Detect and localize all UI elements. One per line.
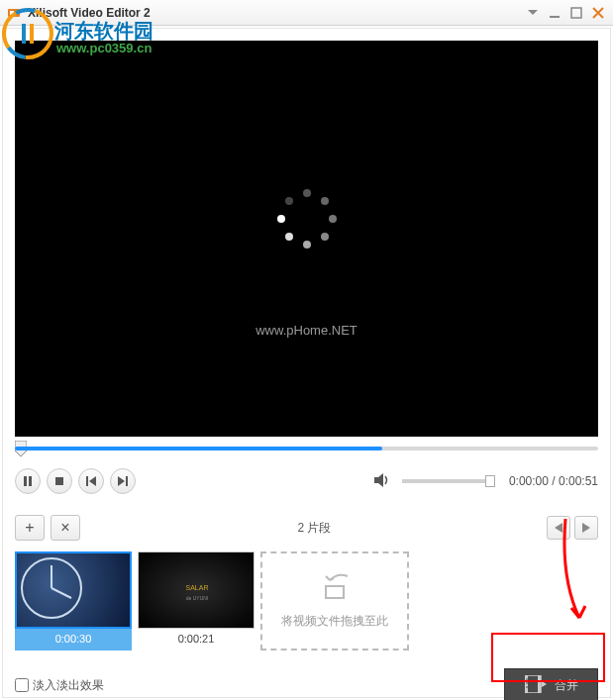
svg-rect-3 <box>30 24 34 44</box>
clips-count-label: 2 片段 <box>86 520 543 537</box>
svg-rect-21 <box>538 675 541 693</box>
clip-thumbnail[interactable]: SALARde UYUNI 0:00:21 <box>138 551 255 650</box>
prev-button[interactable] <box>78 468 104 494</box>
svg-line-15 <box>51 588 71 598</box>
add-clip-button[interactable]: + <box>15 515 45 541</box>
settings-dropdown-icon[interactable] <box>524 5 542 21</box>
watermark-logo <box>2 8 53 62</box>
fade-label: 淡入淡出效果 <box>33 677 104 694</box>
maximize-button[interactable] <box>567 5 585 21</box>
svg-rect-18 <box>326 586 344 598</box>
video-preview[interactable]: www.pHome.NET <box>15 41 598 437</box>
svg-rect-9 <box>29 476 32 486</box>
drop-zone[interactable]: 将视频文件拖拽至此 <box>260 551 409 650</box>
fade-checkbox[interactable] <box>15 678 29 692</box>
next-button[interactable] <box>110 468 136 494</box>
play-pause-button[interactable] <box>15 468 41 494</box>
svg-text:de UYUNI: de UYUNI <box>186 595 209 601</box>
svg-rect-11 <box>86 476 88 486</box>
time-display: 0:00:00 / 0:00:51 <box>509 474 598 488</box>
loading-spinner-icon <box>277 189 337 249</box>
merge-button[interactable]: 合并 <box>504 668 598 700</box>
svg-rect-12 <box>126 476 128 486</box>
svg-rect-6 <box>550 16 560 18</box>
remove-clip-button[interactable]: × <box>51 515 80 541</box>
clip-thumbnail[interactable]: 0:00:30 <box>15 551 132 650</box>
fade-checkbox-wrap[interactable]: 淡入淡出效果 <box>15 677 104 694</box>
clips-prev-button[interactable] <box>547 516 570 540</box>
volume-slider[interactable] <box>402 479 491 483</box>
drop-hint-text: 将视频文件拖拽至此 <box>281 613 388 630</box>
stop-button[interactable] <box>47 468 72 494</box>
film-merge-icon <box>525 675 547 696</box>
merge-label: 合并 <box>555 677 578 694</box>
clip-duration: 0:00:30 <box>15 633 132 645</box>
progress-bar[interactable] <box>15 441 598 456</box>
volume-icon[interactable] <box>374 473 390 490</box>
watermark-url: www.pc0359.cn <box>56 41 152 55</box>
clip-duration: 0:00:21 <box>138 633 255 645</box>
svg-rect-8 <box>24 476 27 486</box>
svg-text:SALAR: SALAR <box>186 584 209 591</box>
svg-rect-2 <box>22 24 26 44</box>
drop-arrow-icon <box>318 572 352 603</box>
video-overlay-text: www.pHome.NET <box>255 323 358 338</box>
svg-rect-20 <box>525 675 528 693</box>
svg-rect-10 <box>55 477 63 485</box>
volume-thumb[interactable] <box>485 475 495 487</box>
clips-next-button[interactable] <box>574 516 598 540</box>
close-button[interactable] <box>589 5 607 21</box>
minimize-button[interactable] <box>546 5 563 21</box>
svg-rect-7 <box>571 8 581 18</box>
